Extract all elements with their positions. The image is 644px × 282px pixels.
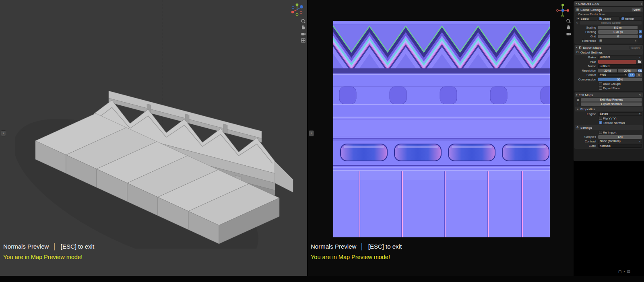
pan-hand-icon[interactable] <box>566 25 571 30</box>
status-grid-icon[interactable]: ▤ <box>627 270 630 274</box>
engine-value: Eevee <box>600 112 608 115</box>
baker-dropdown[interactable]: Blender ▾ <box>598 56 642 59</box>
viewport-3d[interactable]: ‹ Normals Preview │ [ESC] to exit You ar… <box>0 0 307 276</box>
clear-icon[interactable]: × <box>635 39 636 42</box>
flip-y-checkbox[interactable] <box>599 117 602 120</box>
engine-dropdown[interactable]: Eevee ▾ <box>598 112 642 116</box>
addon-header[interactable]: ▾ GrabDoc 1.4.0 ::: <box>574 1 643 6</box>
grid-field[interactable]: 0 <box>598 35 638 38</box>
restriction-render-button[interactable]: ✓ Render <box>620 16 642 21</box>
texture-normals-checkbox[interactable]: ✓ <box>599 121 602 124</box>
export-maps-header[interactable]: ▾ ◧ Export Maps Export <box>575 45 643 50</box>
suffix-field[interactable]: normals <box>598 144 642 148</box>
dropdown-arrow-icon: ▾ <box>639 56 640 59</box>
status-icon-cluster: ▢ × ▤ <box>618 270 630 274</box>
drag-grip-icon[interactable]: ::: <box>641 2 642 5</box>
settings-header[interactable]: ⚙ Settings <box>575 125 643 130</box>
bake-groups-checkbox[interactable] <box>599 82 602 85</box>
zoom-icon[interactable] <box>301 19 306 24</box>
panel-toggle-tab[interactable]: ‹ <box>1 130 6 136</box>
visible-label: Visible <box>603 17 611 20</box>
image-icon: ▦ <box>599 39 602 42</box>
folder-icon[interactable] <box>637 60 642 64</box>
samples-field[interactable]: 128 <box>598 135 642 139</box>
grid-row: Grid 0 ✓ <box>576 34 642 38</box>
gear-icon: ⚙ <box>576 126 579 129</box>
grid-label: Grid <box>576 35 597 38</box>
resolution-y-field[interactable]: 2048 <box>618 69 637 72</box>
filtering-checkbox[interactable]: ✓ <box>639 30 642 33</box>
bit-depth-8-button[interactable]: 8 <box>636 73 642 77</box>
export-plane-checkbox[interactable] <box>599 86 602 90</box>
path-label: Path <box>576 60 597 64</box>
status-close-icon[interactable]: × <box>623 270 625 274</box>
reimport-row: Re-Import <box>576 130 642 134</box>
hud-separator: │ <box>360 243 364 250</box>
settings-label: Settings <box>580 126 642 130</box>
camera-view-icon[interactable] <box>301 31 306 37</box>
dropdown-arrow-icon: ▾ <box>625 73 626 76</box>
grid-checkbox[interactable]: ✓ <box>639 35 642 38</box>
panel-toggle-tab[interactable]: ‹ <box>309 130 314 136</box>
rebuild-scene-button[interactable]: Rebuild Scene <box>580 21 642 25</box>
export-normals-row: ↑ Export Normals <box>576 102 642 106</box>
chevron-down-icon: ▾ <box>576 2 577 5</box>
scaling-field[interactable]: 8.6 m <box>598 26 638 29</box>
flip-y-label: Flip Y (-Y) <box>603 117 616 120</box>
axis-gizmo[interactable] <box>555 3 570 18</box>
path-field[interactable] <box>598 60 636 64</box>
restriction-visible-button[interactable]: ✓ Visible <box>598 16 619 21</box>
render-checkbox[interactable]: ✓ <box>621 17 624 20</box>
bake-groups-row: Bake Groups <box>576 82 642 86</box>
resolution-x-field[interactable]: 2048 <box>598 69 617 72</box>
texture-normals-row: ✓ Texture Normals <box>576 121 642 125</box>
scene-settings-header[interactable]: ▦ Scene Settings View <box>575 7 643 12</box>
pan-hand-icon[interactable] <box>301 25 306 30</box>
export-button[interactable]: Export <box>630 46 642 49</box>
engine-row: Engine Eevee ▾ <box>576 112 642 116</box>
export-plane-label: Export Plane <box>603 86 620 90</box>
refresh-icon: ↻ <box>576 21 579 25</box>
camera-view-icon[interactable] <box>566 31 571 37</box>
hud-separator: │ <box>53 243 56 250</box>
hud-mode-label: Normals Preview <box>311 243 356 250</box>
link-resolution-icon[interactable] <box>638 69 642 72</box>
scaling-row: Scaling 8.6 m <box>576 25 642 29</box>
format-dropdown[interactable]: PNG ▾ <box>598 73 627 77</box>
samples-label: Samples <box>576 135 597 139</box>
status-window-icon[interactable]: ▢ <box>618 270 622 274</box>
compression-slider[interactable]: 50% <box>598 78 642 81</box>
name-field[interactable]: untitled <box>598 64 642 68</box>
zoom-icon[interactable] <box>566 19 571 24</box>
restriction-segmented: ▸ Select ✓ Visible ✓ Render <box>576 16 642 21</box>
restriction-select-button[interactable]: ▸ Select <box>576 16 597 21</box>
view-button[interactable]: View <box>632 8 642 12</box>
export-normals-button[interactable]: Export Normals <box>581 102 642 106</box>
ortho-grid-icon[interactable] <box>301 38 306 43</box>
bit-depth-16-button[interactable]: 16 <box>628 73 635 77</box>
tool-icon[interactable]: ✎ <box>638 93 642 97</box>
viewport-map-preview[interactable]: ‹ Normals Preview │ [ESC] to exit You ar… <box>308 0 574 276</box>
axis-gizmo[interactable] <box>290 2 304 17</box>
name-row: Name untitled <box>576 64 642 68</box>
exit-icon: ⊗ <box>576 98 580 102</box>
scaling-label: Scaling <box>576 26 597 29</box>
filtering-field[interactable]: 1.20 px <box>598 30 638 34</box>
hud-exit-hint: [ESC] to exit <box>368 243 402 250</box>
reimport-label: Re-Import <box>603 131 616 134</box>
edit-maps-header[interactable]: ▾ Edit Maps ✎ <box>575 93 643 97</box>
reimport-checkbox[interactable] <box>599 131 602 134</box>
export-plane-row: Export Plane <box>576 86 642 90</box>
output-settings-header[interactable]: ⊡ Output Settings <box>575 50 643 55</box>
scene-icon: ▦ <box>576 8 579 11</box>
camera-icon: ◧ <box>579 46 582 49</box>
normal-map-render <box>333 21 550 237</box>
properties-header[interactable]: ≡ Properties <box>575 107 643 111</box>
flip-y-row: Flip Y (-Y) <box>576 116 642 120</box>
compression-row: Compression 50% <box>576 77 642 81</box>
exit-map-preview-button[interactable]: Exit Map Preview <box>581 98 642 102</box>
visible-checkbox[interactable]: ✓ <box>599 17 602 20</box>
format-value: PNG <box>600 73 606 76</box>
reference-field[interactable]: ▦ × <box>598 39 638 43</box>
contrast-dropdown[interactable]: None (Medium) ▾ <box>598 140 642 143</box>
